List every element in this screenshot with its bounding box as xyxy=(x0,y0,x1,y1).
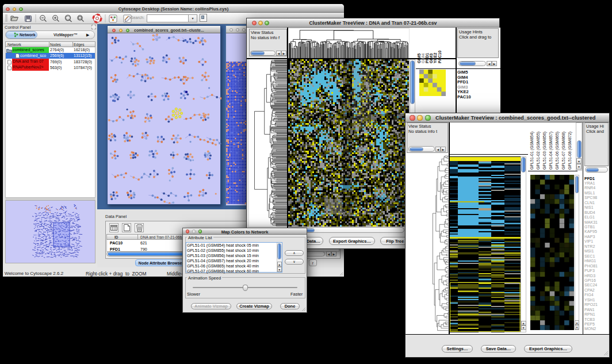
svg-text:GPL51-04 (GSM857): GPL51-04 (GSM857) xyxy=(549,132,553,170)
svg-text:GIM4: GIM4 xyxy=(421,53,425,63)
svg-text:PFD1: PFD1 xyxy=(425,53,429,63)
svg-text:PAC10: PAC10 xyxy=(438,51,442,63)
svg-text:GPL51-03 (GSM856): GPL51-03 (GSM856) xyxy=(542,132,547,170)
svg-text:GPL51-02 (GSM855): GPL51-02 (GSM855) xyxy=(536,132,541,170)
svg-text:GPL51-07 (GSM868): GPL51-07 (GSM868) xyxy=(561,132,566,170)
svg-text:YKE2: YKE2 xyxy=(433,53,437,63)
svg-text:GPL51-06 (GSM865): GPL51-06 (GSM865) xyxy=(555,132,560,170)
svg-text:GPL51-08 (GSM872): GPL51-08 (GSM872) xyxy=(568,132,572,170)
svg-text:GPL51-01 (GSM854): GPL51-01 (GSM854) xyxy=(530,132,534,170)
svg-text:GIM5: GIM5 xyxy=(417,53,421,63)
svg-text:GIM3: GIM3 xyxy=(429,53,433,63)
